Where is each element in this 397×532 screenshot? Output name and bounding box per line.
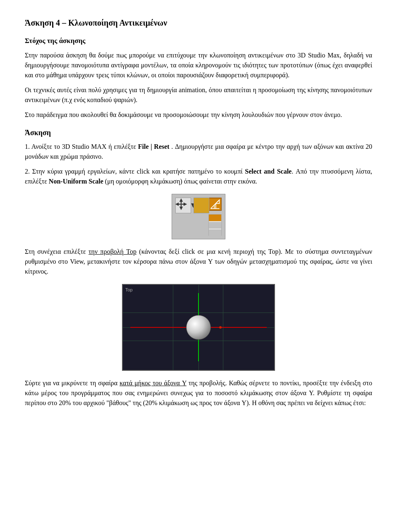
viewport-image-container: Top (25, 284, 372, 371)
svg-marker-3 (191, 203, 194, 207)
svg-marker-2 (201, 202, 204, 205)
step2-paragraph: 2. Στην κύρια γραμμή εργαλείων, κάντε cl… (25, 167, 372, 186)
x-axis-dot (219, 326, 222, 329)
svg-line-5 (211, 200, 220, 208)
exercise-title: Άσκηση (25, 127, 372, 138)
sphere-object (186, 315, 211, 340)
intro-paragraph: Στην παρούσα άσκηση θα δούμε πως μπορούμ… (25, 50, 372, 80)
step2-bold1: Select and Scale (245, 168, 292, 175)
continue-paragraph: Στη συνέχεια επιλέξτε την προβολή Top (κ… (25, 247, 372, 277)
rotate-icon (191, 198, 204, 211)
step1-text: Ανοίξτε το 3D Studio MAX ή επιλέξτε (31, 143, 138, 150)
example-paragraph: Στο παράδειγμα που ακολουθεί θα δοκιμάσο… (25, 110, 372, 120)
step1-label: 1. (25, 143, 30, 150)
slide-text1: Σύρτε για να μικρύνετε τη σφαίρα (25, 379, 120, 386)
top-view-link: την προβολή Top (88, 248, 136, 255)
techniques-paragraph: Οι τεχνικές αυτές είναι πολύ χρησιμες γι… (25, 85, 372, 105)
continue-text1: Στη συνέχεια επιλέξτε (25, 248, 88, 255)
step1-bold: File | Reset (138, 143, 170, 150)
slide-paragraph: Σύρτε για να μικρύνετε τη σφαίρα κατά μή… (25, 378, 372, 408)
sphere-mesh (186, 315, 211, 340)
toolbar-image (172, 194, 225, 239)
page-title: Άσκηση 4 – Κλωνοποίηση Αντικειμένων (25, 17, 372, 29)
step2-text3: (μη ομοιόμορφη κλιμάκωση) όπως φαίνεται … (103, 178, 257, 185)
section-subtitle: Στόχος της άσκησης (25, 36, 372, 46)
axis-y-ref: κατά μήκος του άξονα Y (120, 379, 187, 386)
step2-text: Στην κύρια γραμμή εργαλείων, κάντε click… (32, 168, 245, 175)
scale-option-3 (209, 229, 221, 236)
step2-label: 2. (25, 168, 30, 175)
scale-option-2 (209, 222, 221, 229)
scale-option-1 (209, 215, 221, 221)
scale-icon (209, 198, 221, 210)
move-icon (175, 198, 188, 211)
step1-paragraph: 1. Ανοίξτε το 3D Studio MAX ή επιλέξτε F… (25, 142, 372, 162)
step2-bold2: Non-Uniform Scale (49, 178, 103, 185)
toolbar-image-container (25, 194, 372, 239)
scale-button-active (208, 198, 222, 211)
viewport-image: Top (122, 284, 275, 371)
scale-dropdown (208, 214, 222, 236)
viewport-label: Top (125, 286, 133, 293)
